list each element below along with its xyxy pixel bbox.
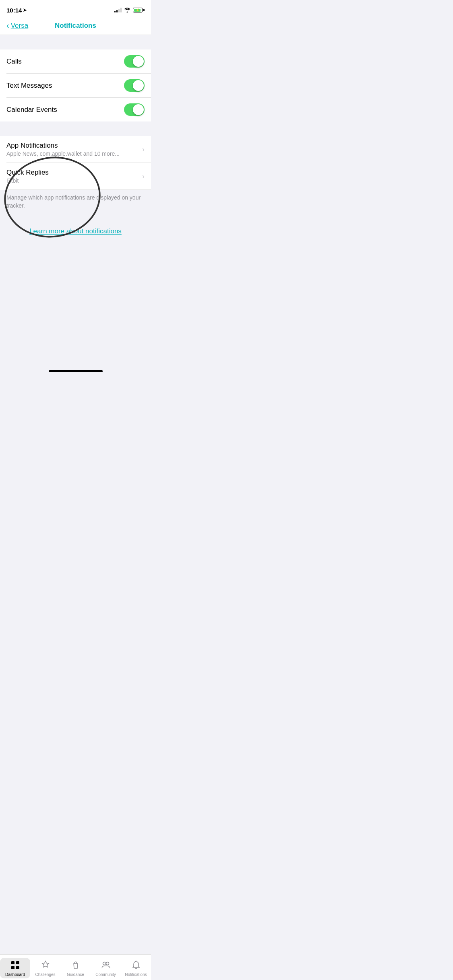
quick-replies-row[interactable]: Quick Replies Fitbit ›	[0, 163, 151, 189]
home-indicator	[0, 364, 151, 378]
app-notifications-row[interactable]: App Notifications Apple News, com.apple.…	[0, 136, 151, 163]
chevron-right-icon: ›	[142, 145, 145, 154]
footer-text: Manage which app notifications are displ…	[6, 194, 141, 209]
section-gap-top	[0, 35, 151, 49]
quick-replies-subtitle: Fitbit	[6, 177, 139, 184]
scroll-content: Calls Text Messages	[0, 35, 151, 364]
calls-toggle[interactable]	[124, 55, 145, 68]
wifi-icon	[124, 8, 130, 12]
status-bar: 10:14 ➤ ⚡	[0, 0, 151, 18]
back-button[interactable]: ‹ Versa	[6, 21, 28, 30]
text-messages-toggle[interactable]	[124, 79, 145, 92]
app-notifications-subtitle: Apple News, com.apple.wallet and 10 more…	[6, 150, 139, 157]
status-time: 10:14 ➤	[6, 7, 27, 14]
signal-icon	[114, 8, 122, 12]
learn-more-link[interactable]: Learn more about notifications	[29, 227, 122, 235]
learn-more-section: Learn more about notifications	[0, 215, 151, 247]
calendar-events-row: Calendar Events	[0, 98, 151, 121]
status-icons: ⚡	[114, 8, 145, 12]
chevron-right-icon-2: ›	[142, 172, 145, 181]
calls-row: Calls	[0, 49, 151, 73]
text-messages-row: Text Messages	[0, 74, 151, 97]
toggle-section: Calls Text Messages	[0, 49, 151, 121]
calls-label: Calls	[6, 58, 22, 66]
nav-bar: ‹ Versa Notifications	[0, 18, 151, 35]
nav-section: App Notifications Apple News, com.apple.…	[0, 136, 151, 190]
page-title: Notifications	[55, 22, 96, 30]
section-gap-middle	[0, 121, 151, 136]
battery-icon: ⚡	[133, 8, 145, 12]
app-notifications-title: App Notifications	[6, 142, 139, 150]
chevron-left-icon: ‹	[6, 21, 9, 30]
footer-section: Manage which app notifications are displ…	[0, 190, 151, 215]
empty-content	[0, 247, 151, 328]
text-messages-label: Text Messages	[6, 82, 52, 90]
quick-replies-title: Quick Replies	[6, 169, 139, 177]
calendar-events-toggle[interactable]	[124, 103, 145, 116]
calendar-events-label: Calendar Events	[6, 106, 57, 114]
location-icon: ➤	[23, 8, 27, 13]
